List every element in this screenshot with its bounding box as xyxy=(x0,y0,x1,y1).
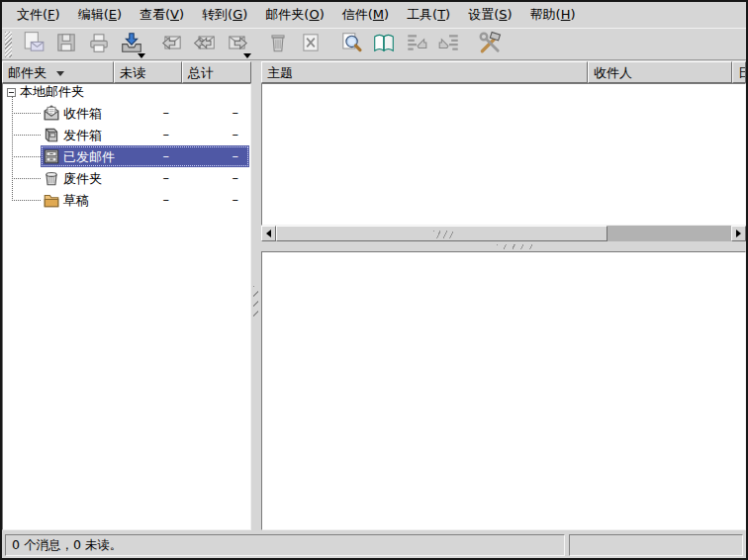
find-messages-button[interactable] xyxy=(334,29,367,60)
print-icon xyxy=(87,31,111,57)
menu-message[interactable]: 信件(M) xyxy=(333,3,398,27)
tree-branch-line xyxy=(12,178,41,179)
folder-row-drafts[interactable]: 草稿 – – xyxy=(3,189,250,211)
menu-label: ) xyxy=(55,7,60,22)
column-label: 日期 xyxy=(738,65,746,80)
menu-label: 信件( xyxy=(342,7,373,22)
folder-total-count: – xyxy=(183,105,245,120)
folder-unread-count: – xyxy=(115,127,176,141)
menu-label: ) xyxy=(445,7,450,22)
folder-tree-pane: 本地邮件夹 收件箱 – – 发件箱 – – xyxy=(2,83,251,530)
folder-row-outbox[interactable]: 发件箱 – – xyxy=(3,124,250,145)
menu-view[interactable]: 查看(V) xyxy=(131,3,193,27)
configure-button[interactable] xyxy=(473,29,506,60)
total-column-header[interactable]: 总计 xyxy=(182,61,251,83)
reply-all-icon xyxy=(193,31,217,57)
address-book-icon xyxy=(372,31,396,57)
menu-label: ) xyxy=(508,7,513,22)
configure-icon xyxy=(478,31,502,57)
column-label: 未读 xyxy=(120,65,145,80)
save-icon xyxy=(54,31,78,57)
status-bar: 0 个消息，0 未读。 xyxy=(2,534,746,556)
folder-label: 发件箱 xyxy=(63,127,102,144)
address-book-button[interactable] xyxy=(367,29,400,60)
menu-label: ) xyxy=(117,7,122,22)
mail-client-window: 文件(F) 编辑(E) 查看(V) 转到(G) 邮件夹(O) 信件(M) 工具(… xyxy=(0,0,748,560)
menu-mnemonic: H xyxy=(561,7,571,22)
column-label: 主题 xyxy=(267,65,293,80)
splitter-grip-icon xyxy=(497,244,536,249)
recipient-column-header[interactable]: 收件人 xyxy=(588,61,732,83)
trash-button[interactable] xyxy=(261,29,294,60)
next-unread-button[interactable] xyxy=(432,29,465,60)
folder-row-trash[interactable]: 废件夹 – – xyxy=(3,167,250,189)
folder-total-count: – xyxy=(183,192,245,207)
arrow-right-icon xyxy=(736,230,741,237)
menu-file[interactable]: 文件(F) xyxy=(8,3,69,27)
previous-unread-button[interactable] xyxy=(400,29,432,60)
tree-branch-line xyxy=(12,156,41,157)
sort-descending-icon xyxy=(56,71,64,76)
unread-column-header[interactable]: 未读 xyxy=(114,61,182,83)
folder-unread-count: – xyxy=(115,148,176,163)
subject-column-header[interactable]: 主题 xyxy=(261,61,588,83)
reply-all-button[interactable] xyxy=(188,29,221,60)
folder-label: 收件箱 xyxy=(63,105,102,123)
scroll-right-button[interactable] xyxy=(731,226,746,241)
menu-edit[interactable]: 编辑(E) xyxy=(69,3,131,27)
toolbar xyxy=(2,28,746,60)
arrow-left-icon xyxy=(266,230,271,237)
horizontal-splitter-handle[interactable] xyxy=(261,241,746,251)
folder-total-count: – xyxy=(183,170,245,185)
menu-mnemonic: M xyxy=(373,7,384,22)
column-label: 总计 xyxy=(188,65,214,80)
menu-go[interactable]: 转到(G) xyxy=(193,3,256,27)
menu-label: 邮件夹( xyxy=(265,7,309,22)
folder-row-local-folders[interactable]: 本地邮件夹 xyxy=(3,84,250,100)
scrollbar-grip-icon xyxy=(433,231,453,238)
folder-label: 废件夹 xyxy=(63,170,102,188)
folder-row-inbox[interactable]: 收件箱 – – xyxy=(3,102,250,124)
folder-label: 本地邮件夹 xyxy=(20,83,84,101)
menu-label: ) xyxy=(179,7,184,22)
tree-branch-line xyxy=(12,135,41,136)
menu-mnemonic: F xyxy=(47,7,54,22)
vertical-splitter-handle[interactable] xyxy=(251,61,261,531)
delete-message-icon xyxy=(299,31,323,57)
status-secondary-panel xyxy=(569,534,743,556)
find-messages-icon xyxy=(339,31,363,57)
menu-help[interactable]: 帮助(H) xyxy=(521,3,585,27)
message-list-horizontal-scrollbar[interactable] xyxy=(261,226,746,241)
menu-mnemonic: S xyxy=(499,7,507,22)
menu-label: 设置( xyxy=(468,7,499,22)
dropdown-caret-icon xyxy=(243,53,251,58)
folder-column-header[interactable]: 邮件夹 xyxy=(2,61,114,83)
date-column-header[interactable]: 日期 xyxy=(732,61,746,83)
print-button[interactable] xyxy=(82,29,115,60)
column-label: 邮件夹 xyxy=(8,65,47,80)
scrollbar-thumb[interactable] xyxy=(276,226,608,241)
folder-row-sent-mail[interactable]: 已发邮件 – – xyxy=(3,145,250,167)
folder-unread-count: – xyxy=(115,170,176,185)
tree-branch-line xyxy=(12,113,41,114)
reply-button[interactable] xyxy=(155,29,188,60)
delete-message-button[interactable] xyxy=(294,29,327,60)
menu-label: 转到( xyxy=(202,7,233,22)
folder-unread-count: – xyxy=(115,192,176,207)
menu-label: 帮助( xyxy=(530,7,561,22)
status-message-panel: 0 个消息，0 未读。 xyxy=(5,534,565,556)
scroll-left-button[interactable] xyxy=(261,226,276,241)
forward-button[interactable] xyxy=(221,29,253,60)
new-message-button[interactable] xyxy=(17,29,49,60)
toolbar-drag-handle[interactable] xyxy=(5,32,12,57)
menu-folder[interactable]: 邮件夹(O) xyxy=(256,3,332,27)
menu-mnemonic: G xyxy=(233,7,242,22)
tree-branch-line xyxy=(12,200,41,201)
menu-tools[interactable]: 工具(T) xyxy=(398,3,459,27)
folder-unread-count: – xyxy=(115,105,176,120)
menu-mnemonic: O xyxy=(309,7,319,22)
check-mail-button[interactable] xyxy=(115,29,147,60)
menu-settings[interactable]: 设置(S) xyxy=(459,3,520,27)
splitter-grip-icon xyxy=(253,286,258,318)
save-button[interactable] xyxy=(49,29,82,60)
